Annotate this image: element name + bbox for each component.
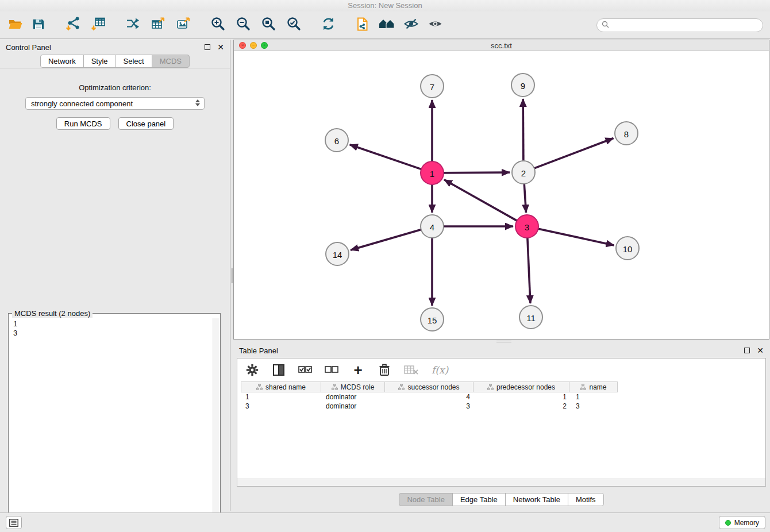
- import-table-icon: [91, 16, 106, 34]
- mcds-panel: Optimization criterion: strongly connect…: [0, 68, 230, 511]
- table-row[interactable]: 1dominator411: [241, 392, 765, 402]
- tab-motifs[interactable]: Motifs: [568, 493, 604, 506]
- function-builder-button[interactable]: f(x): [432, 363, 448, 377]
- edge-3-10[interactable]: [537, 229, 614, 245]
- hide-selected-button[interactable]: [401, 16, 421, 35]
- edge-1-6[interactable]: [350, 145, 422, 169]
- export-table-button[interactable]: [148, 16, 168, 35]
- float-table-panel-icon[interactable]: [744, 348, 750, 353]
- search-field: [596, 18, 763, 32]
- node-1[interactable]: 1: [421, 161, 444, 184]
- node-11[interactable]: 11: [519, 306, 542, 329]
- network-window-title: scc.txt: [234, 41, 769, 50]
- panel-toggle-button[interactable]: [6, 516, 22, 529]
- column-header-name[interactable]: name: [569, 381, 618, 392]
- node-7[interactable]: 7: [421, 75, 444, 98]
- node-8[interactable]: 8: [615, 122, 638, 145]
- zoom-fit-button[interactable]: [259, 16, 278, 35]
- export-table-icon: [151, 16, 166, 34]
- control-panel-tabs: NetworkStyleSelectMCDS: [0, 55, 230, 68]
- table-row[interactable]: 3dominator323: [241, 402, 765, 411]
- edge-1-2[interactable]: [442, 172, 510, 173]
- close-panel-button[interactable]: Close panel: [118, 117, 174, 130]
- node-label: 9: [521, 81, 525, 91]
- new-network-button[interactable]: [123, 16, 143, 35]
- node-10[interactable]: 10: [616, 237, 639, 260]
- open-session-button[interactable]: [6, 16, 25, 35]
- delete-table-button[interactable]: [404, 363, 419, 377]
- delete-column-button[interactable]: [378, 363, 391, 377]
- edge-2-3[interactable]: [524, 183, 526, 213]
- close-panel-icon[interactable]: ✕: [217, 44, 224, 50]
- result-scrollbar[interactable]: [213, 318, 220, 531]
- save-session-button[interactable]: [29, 16, 48, 35]
- status-bar: Memory: [0, 512, 770, 532]
- main-toolbar: [0, 11, 770, 39]
- float-panel-icon[interactable]: [205, 44, 210, 50]
- close-table-panel-icon[interactable]: ✕: [757, 348, 764, 353]
- zoom-selected-button[interactable]: [284, 16, 303, 35]
- tab-node-table[interactable]: Node Table: [399, 493, 453, 506]
- tab-mcds[interactable]: MCDS: [152, 55, 190, 68]
- node-15[interactable]: 15: [421, 308, 444, 331]
- tab-network-table[interactable]: Network Table: [505, 493, 568, 506]
- node-label: 2: [521, 168, 526, 178]
- delete-table-icon: [404, 364, 419, 376]
- run-mcds-button[interactable]: Run MCDS: [56, 117, 110, 130]
- share-document-button[interactable]: [353, 16, 372, 35]
- node-4[interactable]: 4: [421, 215, 444, 238]
- table-horizontal-scrollbar[interactable]: [237, 479, 765, 486]
- node-2[interactable]: 2: [512, 161, 535, 184]
- tab-network[interactable]: Network: [40, 55, 84, 68]
- search-input[interactable]: [612, 21, 758, 29]
- table-panel-tabs: Node TableEdge TableNetwork TableMotifs: [233, 493, 769, 506]
- table-cell: 3: [571, 402, 620, 411]
- node-14[interactable]: 14: [326, 242, 349, 265]
- select-all-rows-button[interactable]: [298, 363, 312, 377]
- table-settings-button[interactable]: [245, 363, 259, 377]
- table-cell: dominator: [321, 402, 386, 411]
- zoom-in-button[interactable]: [208, 16, 228, 35]
- node-label: 6: [334, 136, 339, 146]
- column-header-shared-name[interactable]: shared name: [241, 381, 321, 392]
- table-cell: 3: [386, 402, 475, 411]
- node-9[interactable]: 9: [511, 74, 534, 97]
- edge-2-8[interactable]: [533, 138, 614, 169]
- node-label: 3: [525, 222, 529, 232]
- homes-icon: [378, 17, 395, 34]
- tab-style[interactable]: Style: [83, 55, 116, 68]
- plus-icon: +: [353, 364, 362, 376]
- node-6[interactable]: 6: [325, 129, 348, 152]
- column-header-predecessor-nodes[interactable]: predecessor nodes: [473, 381, 569, 392]
- node-label: 4: [430, 222, 434, 232]
- criterion-select[interactable]: strongly connected component: [25, 97, 205, 110]
- export-image-button[interactable]: [174, 16, 193, 35]
- column-header-MCDS-role[interactable]: MCDS role: [321, 381, 385, 392]
- add-column-button[interactable]: +: [351, 363, 365, 377]
- edge-3-1[interactable]: [444, 180, 518, 221]
- show-all-button[interactable]: [425, 16, 445, 35]
- edge-3-11[interactable]: [528, 237, 530, 303]
- sort-hierarchy-icon: [580, 384, 586, 390]
- deselect-all-rows-button[interactable]: [325, 363, 338, 377]
- first-neighbors-button[interactable]: [377, 16, 396, 35]
- edge-4-14[interactable]: [351, 229, 422, 250]
- memory-button[interactable]: Memory: [719, 516, 765, 529]
- zoom-out-button[interactable]: [233, 16, 253, 35]
- column-header-label: shared name: [265, 383, 306, 391]
- tab-edge-table[interactable]: Edge Table: [452, 493, 506, 506]
- node-3[interactable]: 3: [515, 215, 538, 238]
- import-network-button[interactable]: [63, 16, 83, 35]
- sort-hierarchy-icon: [256, 384, 263, 390]
- table-cell: 1: [241, 392, 321, 402]
- column-header-successor-nodes[interactable]: successor nodes: [384, 381, 473, 392]
- tab-select[interactable]: Select: [116, 55, 152, 68]
- empty-boxes-icon: [325, 364, 338, 376]
- gear-icon: [245, 363, 259, 377]
- import-table-button[interactable]: [88, 16, 108, 35]
- edge-2-9[interactable]: [523, 99, 523, 162]
- toggle-columns-button[interactable]: [272, 363, 286, 377]
- refresh-button[interactable]: [318, 16, 338, 35]
- network-arrows-icon: [125, 16, 141, 34]
- graph-canvas[interactable]: 7968124314101511: [234, 51, 769, 339]
